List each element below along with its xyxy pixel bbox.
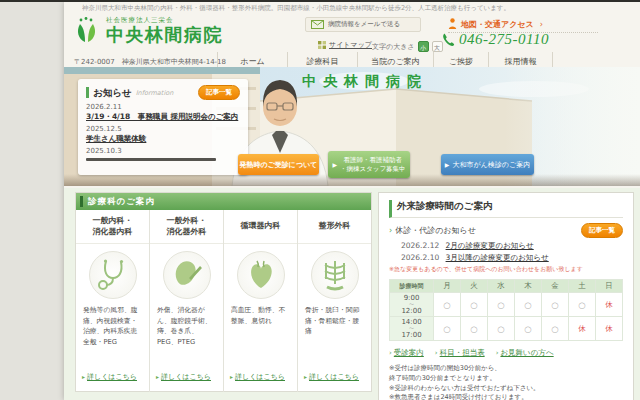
chevron-right-icon: ›	[435, 349, 438, 357]
arrow-icon: ▶	[445, 161, 450, 168]
cancer-screening-button[interactable]: ▶ 大和市がん検診のご案内	[441, 154, 534, 175]
dept-card-orthopedics: 整形外科	[297, 210, 371, 392]
dept-title: 整形外科	[298, 210, 371, 244]
chevron-right-icon: ›	[389, 226, 392, 235]
dept-more-link[interactable]: ▸詳しくはこちら	[150, 372, 223, 392]
news-panel: お知らせ Information 記事一覧 2026.2.11 3/19・4/1…	[78, 79, 248, 175]
hospital-name: 中央林間病院	[106, 25, 223, 45]
dept-card-internal-medicine: 一般内科・消化器内科 発熱等の風邪、腹痛、内視鏡検査・治療、内科系疾	[76, 210, 149, 392]
time-slot: 9:00〜12:00	[390, 293, 434, 317]
arrow-icon: ▸	[230, 373, 233, 380]
schedule-table: 診療時間 月 火 水 木 金 土 日 9:00〜12:00 ○	[389, 279, 623, 341]
site-container: 神奈川県大和市中央林間の内科・外科・循環器科・整形外科病院。田園都市線・小田急線…	[64, 2, 640, 400]
day-header: 水	[488, 280, 515, 293]
day-header: 火	[461, 280, 488, 293]
schedule-cell: 休	[596, 317, 623, 341]
header: 社会医療法人三栄会 中央林間病院 病院情報をメールで送る 地図・交通アクセス ›	[64, 12, 640, 52]
schedule-cell: ○	[461, 293, 488, 317]
dept-card-cardiology: 循環器内科 高血圧、動悸、不整脈、息切れ ▸詳しくはこちら	[223, 210, 297, 392]
dept-more-link[interactable]: ▸詳しくはこちら	[76, 372, 149, 392]
news-date: 2025.12.5	[86, 125, 240, 134]
schedule-cell: ○	[569, 293, 596, 317]
dept-description: 発熱等の風邪、腹痛、内視鏡検査・治療、内科系疾患全般・PEG	[76, 303, 149, 347]
stethoscope-icon	[89, 251, 137, 299]
map-access-label: 地図・交通アクセス	[461, 19, 534, 30]
staff-recruit-button[interactable]: ▶ 看護師・看護補助者・病棟スタッフ募集中	[328, 151, 410, 178]
notice-item: 2026.2.12 2月の診療変更のお知らせ	[401, 240, 623, 252]
dept-title: 循環器内科	[224, 210, 297, 244]
news-item: 2025.10.3	[86, 147, 240, 161]
top-border	[0, 0, 640, 2]
fever-visit-button[interactable]: 発熱時のご受診について	[238, 154, 319, 175]
news-link[interactable]: 学生さん職業体験	[86, 134, 240, 144]
font-large-button[interactable]: 大	[432, 41, 443, 52]
change-warning-note: ※急な変更もあるので、併せて病院へのお問い合わせをお願い致します	[389, 265, 623, 274]
font-small-button[interactable]: 小	[418, 41, 429, 52]
news-item: 2026.2.11 3/19・4/18 事務職員 採用説明会のご案内	[86, 103, 240, 122]
sitemap-icon	[318, 41, 326, 49]
schedule-cell: ○	[515, 317, 542, 341]
schedule-cell: ○	[488, 317, 515, 341]
logo-leaf-icon	[72, 15, 102, 45]
arrow-icon: ▸	[82, 373, 85, 380]
notice-item: 2026.2.10 3月以降の診療変更のお知らせ	[401, 252, 623, 264]
main-banner: 中央林間病院 お知らせ Info	[64, 67, 640, 186]
arrow-icon: ▸	[304, 373, 307, 380]
outpatient-hours-title: 外来診療時間のご案内	[389, 200, 623, 218]
day-header: 月	[434, 280, 461, 293]
visitors-link[interactable]: ›お見舞いの方へ	[496, 348, 554, 358]
phone-block: 046-275-0110	[442, 31, 549, 48]
news-item: 2025.12.5 学生さん職業体験	[86, 125, 240, 144]
day-header: 金	[542, 280, 569, 293]
news-title: お知らせ	[86, 87, 132, 98]
font-size-label: 文字の大きさ	[372, 42, 415, 52]
notice-list-button[interactable]: 記事一覧	[581, 223, 623, 238]
notice-link[interactable]: 2月の診療変更のお知らせ	[446, 241, 534, 250]
schedule-cell: ○	[488, 293, 515, 317]
schedule-corner: 診療時間	[390, 280, 434, 293]
dept-description: 高血圧、動悸、不整脈、息切れ	[224, 303, 297, 326]
chevron-right-icon: ›	[496, 349, 499, 357]
news-date: 2026.2.11	[86, 103, 240, 112]
schedule-cell: ○	[542, 293, 569, 317]
schedule-cell: ○	[461, 317, 488, 341]
time-slot: 14:00〜17:00	[390, 317, 434, 341]
chevron-right-icon: ›	[540, 20, 543, 29]
phone-number: 046-275-0110	[459, 31, 549, 48]
day-header: 日	[596, 280, 623, 293]
svg-text:中央林間病院: 中央林間病院	[302, 73, 428, 89]
page: 神奈川県大和市中央林間の内科・外科・循環器科・整形外科病院。田園都市線・小田急線…	[0, 0, 640, 400]
day-header: 土	[569, 280, 596, 293]
ribcage-icon	[311, 251, 359, 299]
notice-date: 2026.2.12	[401, 241, 439, 250]
news-title-en: Information	[136, 89, 174, 97]
visit-guide-link[interactable]: ›受診案内	[389, 348, 424, 358]
arrow-icon: ▶	[332, 161, 337, 169]
notice-link[interactable]: 3月以降の診療変更のお知らせ	[446, 253, 549, 262]
envelope-icon	[311, 20, 324, 29]
font-size-control: 文字の大きさ 小 大	[372, 41, 443, 52]
schedule-cell: ○	[542, 317, 569, 341]
departments-header: 診療科のご案内	[76, 193, 371, 210]
dept-more-link[interactable]: ▸詳しくはこちら	[224, 372, 297, 392]
schedule-cell: 休	[596, 293, 623, 317]
heart-icon	[237, 251, 285, 299]
sitemap-link[interactable]: サイトマップ	[318, 40, 372, 50]
sitemap-label: サイトマップ	[329, 40, 372, 50]
reception-notes: ※受付は診療時間の開始30分前から、 終了時間の30分前までとなります。 ※受診…	[389, 364, 623, 400]
site-logo[interactable]: 社会医療法人三栄会 中央林間病院	[72, 15, 223, 45]
closure-notice-title: 休診・代診のお知らせ	[395, 225, 476, 236]
doctor-schedule-link[interactable]: ›科目・担当表	[435, 348, 485, 358]
mail-info-label: 病院情報をメールで送る	[328, 20, 400, 29]
news-list-button[interactable]: 記事一覧	[198, 85, 240, 100]
schedule-cell: ○	[515, 293, 542, 317]
dept-more-link[interactable]: ▸詳しくはこちら	[298, 372, 371, 392]
dept-description: 外傷、消化器がん、腹腔鏡手術、痔、巻き爪、PEG、PTEG	[150, 303, 223, 347]
news-link[interactable]: 3/19・4/18 事務職員 採用説明会のご案内	[86, 112, 240, 122]
dept-description: 骨折・脱臼・関節痛・骨粗鬆症・腰痛	[298, 303, 371, 337]
schedule-cell: ○	[434, 317, 461, 341]
mail-info-button[interactable]: 病院情報をメールで送る	[305, 17, 421, 32]
person-icon	[448, 18, 457, 30]
day-header: 木	[515, 280, 542, 293]
stomach-scalpel-icon	[163, 251, 211, 299]
